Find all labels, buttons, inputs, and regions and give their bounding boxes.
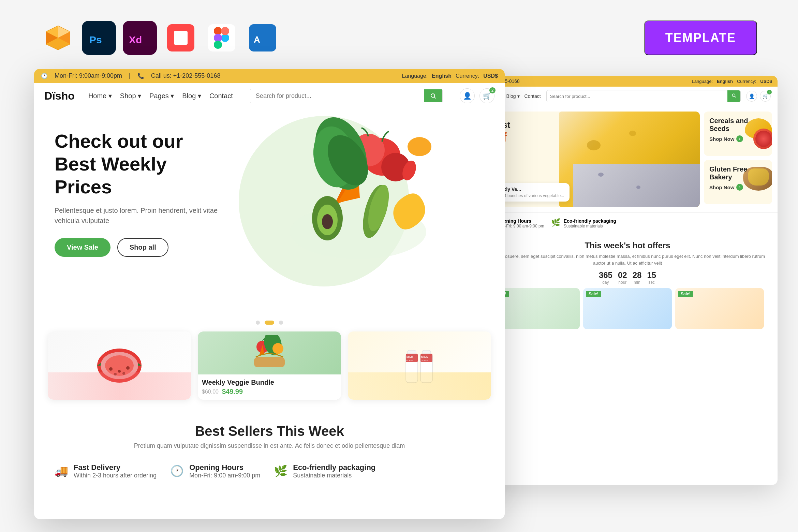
veggie-bundle-name: Weekly Veggie Bundle bbox=[202, 379, 337, 386]
back-eco-friendly: 🌿 Eco-friendly packaging Sustainable mat… bbox=[551, 218, 616, 228]
delivery-icon: 🚚 bbox=[55, 464, 68, 477]
notif-bar-left: 🕐 Mon-Fri: 9:00am-9:00pm | 📞 Call us: +1… bbox=[41, 72, 220, 79]
countdown-sec-label: sec bbox=[647, 280, 656, 285]
sale-items-row: Sale! Sale! Sale! bbox=[484, 285, 771, 332]
veggie-basket-img bbox=[249, 335, 290, 369]
search-button[interactable] bbox=[424, 89, 442, 102]
best-sellers-title: Best Sellers This Week bbox=[34, 424, 505, 439]
cart-icon[interactable]: 🛒 2 bbox=[479, 88, 494, 103]
nav-shop[interactable]: Shop ▾ bbox=[120, 92, 141, 100]
notif-bar: 🕐 Mon-Fri: 9:00am-9:00pm | 📞 Call us: +1… bbox=[34, 69, 505, 83]
notif-language-value: English bbox=[432, 73, 452, 79]
back-hero-area: Best off Weekly Ve... *1 lb i4 bunches o… bbox=[477, 106, 778, 212]
svg-text:MILK: MILK bbox=[407, 355, 413, 358]
sale-badge-2: Sale! bbox=[586, 291, 601, 297]
svg-text:GLASS: GLASS bbox=[421, 359, 428, 361]
user-icon[interactable]: 👤 bbox=[460, 88, 475, 103]
countdown-hours-number: 02 bbox=[618, 270, 627, 280]
notif-hours: Mon-Fri: 9:00am-9:00pm bbox=[55, 72, 122, 79]
nav-home[interactable]: Home ▾ bbox=[88, 92, 112, 100]
search-input[interactable] bbox=[250, 89, 424, 103]
back-user-icon[interactable]: 👤 bbox=[746, 91, 757, 102]
nav-pages[interactable]: Pages ▾ bbox=[149, 92, 174, 100]
notif-divider: | bbox=[129, 72, 131, 79]
toolbar: Ps Xd bbox=[0, 0, 798, 69]
svg-point-48 bbox=[272, 343, 283, 354]
products-row: Weekly Veggie Bundle $60.00 $49.99 bbox=[34, 331, 505, 410]
back-sale-text: Best bbox=[491, 120, 692, 130]
back-leaf-icon: 🌿 bbox=[551, 218, 560, 227]
adobe-xd-icon: Xd bbox=[123, 21, 157, 55]
countdown-minutes: 28 min bbox=[633, 270, 642, 285]
svg-rect-11 bbox=[174, 31, 188, 45]
countdown-days-label: day bbox=[599, 280, 612, 285]
back-nav-icons: 👤 🛒 2 bbox=[746, 91, 771, 102]
nav-bar: Dïsho Home ▾ Shop ▾ Pages ▾ Blog ▾ Conta… bbox=[34, 83, 505, 109]
figma-logo-icon bbox=[205, 21, 239, 55]
sale-card-3: Sale! bbox=[675, 288, 764, 329]
slider-dot-2[interactable] bbox=[265, 321, 274, 325]
opening-clock-icon: 🕐 bbox=[170, 464, 184, 477]
sale-badge-3: Sale! bbox=[678, 291, 693, 297]
gluten-free-title: Gluten Free Bakery bbox=[709, 165, 767, 181]
back-language-label: Language: bbox=[692, 79, 713, 84]
back-cart-icon[interactable]: 🛒 2 bbox=[760, 91, 771, 102]
notif-currency-value: USD$ bbox=[483, 73, 498, 79]
svg-text:Xd: Xd bbox=[129, 34, 142, 45]
milk-bottle-bg: MILK GLASS BOTTLE MILK GLASS BOTTLE bbox=[348, 331, 491, 400]
slider-dot-3[interactable] bbox=[279, 321, 283, 325]
countdown-days: 365 day bbox=[599, 270, 612, 285]
template-button[interactable]: TEMPLATE bbox=[644, 20, 757, 55]
notif-bar-right: Language: English Currency: USD$ bbox=[402, 73, 498, 79]
opening-hours-info: 🕐 Opening Hours Mon-Fri: 9:00 am-9:00 pm bbox=[170, 463, 260, 479]
hero-subtitle: Pellentesque et justo lorem. Proin hendr… bbox=[55, 205, 225, 226]
back-hero-text: Best off bbox=[491, 120, 692, 145]
back-search-input[interactable] bbox=[547, 91, 727, 101]
site-logo[interactable]: Dïsho bbox=[44, 90, 75, 102]
photoshop-icon: Ps bbox=[82, 21, 116, 55]
back-search-button[interactable] bbox=[727, 90, 740, 102]
svg-point-17 bbox=[214, 41, 222, 49]
fast-delivery-title: Fast Delivery bbox=[74, 463, 157, 472]
svg-point-22 bbox=[431, 94, 435, 98]
countdown-sec-number: 15 bbox=[647, 270, 656, 280]
back-nav-contact[interactable]: Contact bbox=[524, 93, 541, 99]
veggie-bundle-prices: $60.00 $49.99 bbox=[202, 388, 337, 396]
gluten-free-shop-now-icon: › bbox=[736, 184, 743, 191]
nav-icons: 👤 🛒 2 bbox=[460, 88, 494, 103]
nav-contact[interactable]: Contact bbox=[209, 92, 233, 100]
milk-bottle-card: MILK GLASS BOTTLE MILK GLASS BOTTLE bbox=[348, 331, 491, 400]
cereals-shop-now[interactable]: Shop Now › bbox=[709, 135, 767, 142]
back-language-value: English bbox=[717, 79, 733, 84]
countdown-hours-label: hour bbox=[618, 280, 627, 285]
slider-dot-1[interactable] bbox=[256, 321, 260, 325]
back-nav-blog[interactable]: Blog ▾ bbox=[506, 93, 520, 99]
back-search-bar[interactable] bbox=[546, 90, 741, 102]
svg-line-21 bbox=[735, 97, 736, 98]
back-hero-main-card: Best off Weekly Ve... *1 lb i4 bunches o… bbox=[483, 112, 700, 207]
countdown-hours: 02 hour bbox=[618, 270, 627, 285]
back-currency-value: USD$ bbox=[760, 79, 772, 84]
back-cart-badge: 2 bbox=[767, 90, 772, 94]
cart-badge: 2 bbox=[489, 87, 496, 93]
view-sale-button[interactable]: View Sale bbox=[55, 238, 110, 257]
watermelon-card-bg bbox=[48, 331, 191, 400]
opening-hours-title: Opening Hours bbox=[189, 463, 260, 472]
gluten-free-shop-now[interactable]: Shop Now › bbox=[709, 184, 767, 191]
cereals-seeds-title: Cereals and Seeds bbox=[709, 117, 767, 133]
svg-text:Ps: Ps bbox=[89, 34, 102, 45]
watermelon-card bbox=[48, 331, 191, 400]
svg-text:BOTTLE: BOTTLE bbox=[422, 362, 429, 364]
cereals-seeds-card: Cereals and Seeds Shop Now › bbox=[704, 112, 772, 156]
search-bar[interactable] bbox=[250, 89, 443, 103]
svg-point-35 bbox=[322, 214, 333, 229]
eco-packaging-title: Eco-friendly packaging bbox=[293, 463, 375, 472]
countdown-timer: 365 day 02 hour 28 min 15 sec bbox=[484, 270, 771, 285]
shop-all-button[interactable]: Shop all bbox=[117, 238, 168, 257]
hero-title: Check out our Best Weekly Prices bbox=[55, 130, 225, 198]
old-price: $60.00 bbox=[202, 389, 219, 395]
nav-blog[interactable]: Blog ▾ bbox=[182, 92, 201, 100]
svg-rect-18 bbox=[249, 24, 276, 51]
clock-icon-small: 🕐 bbox=[41, 73, 48, 79]
svg-point-20 bbox=[732, 94, 735, 97]
